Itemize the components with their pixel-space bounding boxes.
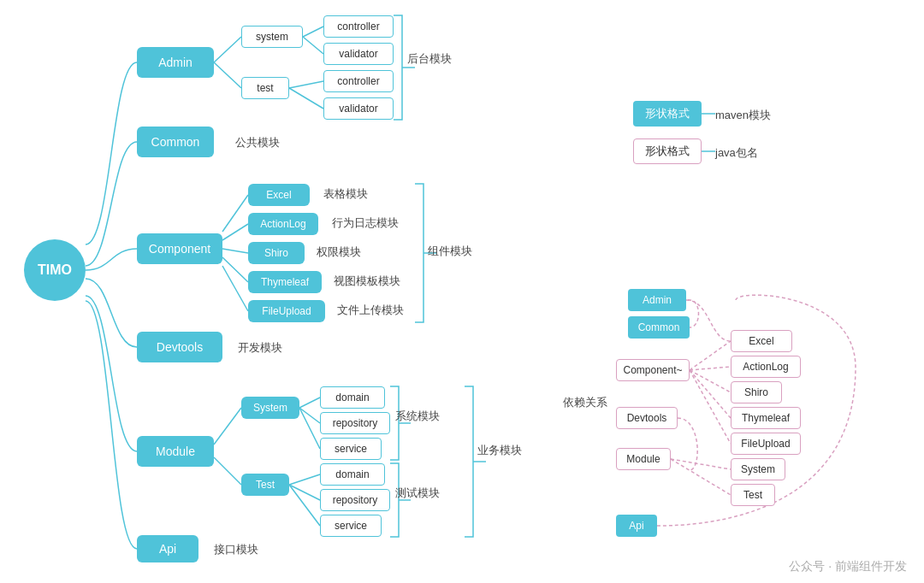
dep-test: Test: [731, 484, 775, 506]
repository1-node: repository: [320, 412, 390, 434]
dep-actionlog: ActionLog: [731, 356, 801, 378]
service1-node: service: [320, 438, 382, 460]
dep-api: Api: [616, 515, 657, 537]
backend-label: 后台模块: [407, 51, 452, 67]
test-module-label: 测试模块: [395, 486, 440, 501]
actionlog-node: ActionLog: [248, 213, 318, 235]
dep-thymeleaf: Thymeleaf: [731, 407, 801, 429]
excel-label: 表格模块: [323, 186, 368, 202]
thymeleaf-node: Thymeleaf: [248, 271, 322, 293]
controller1-node: controller: [323, 15, 394, 38]
dep-common: Common: [628, 316, 690, 339]
domain2-node: domain: [320, 463, 385, 486]
dep-excel: Excel: [731, 330, 792, 352]
legend-outline-box: 形状格式: [633, 138, 702, 164]
dep-shiro: Shiro: [731, 381, 782, 403]
fileupload-node: FileUpload: [248, 300, 325, 322]
test-sub-node: Test: [241, 474, 289, 496]
timo-node: TIMO: [24, 239, 86, 301]
business-module-label: 业务模块: [477, 443, 522, 458]
dep-title: 依赖关系: [563, 395, 607, 410]
devtools-node: Devtools: [137, 332, 222, 362]
system-module-label: 系统模块: [395, 409, 440, 424]
devtools-label: 开发模块: [238, 340, 282, 356]
module-node: Module: [137, 436, 214, 467]
validator1-node: validator: [323, 43, 394, 65]
component-node: Component: [137, 233, 222, 264]
common-module-label: 公共模块: [235, 135, 280, 150]
dep-admin: Admin: [628, 289, 686, 311]
actionlog-label: 行为日志模块: [332, 215, 399, 231]
legend-filled-box: 形状格式: [633, 101, 702, 127]
dep-devtools: Devtools: [616, 407, 678, 429]
dep-module: Module: [616, 448, 671, 470]
shiro-node: Shiro: [248, 242, 305, 264]
validator2-node: validator: [323, 97, 394, 120]
test-node: test: [241, 77, 289, 99]
admin-node: Admin: [137, 47, 214, 78]
diagram-container: TIMO Admin system test controller valida…: [0, 0, 924, 583]
fileupload-label: 文件上传模块: [337, 303, 404, 318]
common-node: Common: [137, 127, 214, 157]
system-node: system: [241, 26, 303, 48]
domain1-node: domain: [320, 386, 385, 409]
legend-outline-desc: java包名: [715, 145, 758, 161]
api-node: Api: [137, 535, 198, 562]
timo-label: TIMO: [38, 262, 72, 278]
controller2-node: controller: [323, 70, 394, 92]
dep-component: Component~: [616, 359, 690, 381]
system-sub-node: System: [241, 397, 299, 419]
repository2-node: repository: [320, 489, 390, 511]
api-label: 接口模块: [214, 542, 258, 557]
dep-system: System: [731, 458, 785, 480]
watermark: 公众号 · 前端组件开发: [789, 559, 907, 574]
dep-fileupload: FileUpload: [731, 433, 801, 455]
service2-node: service: [320, 515, 382, 537]
legend-filled-desc: maven模块: [715, 108, 771, 123]
component-module-label: 组件模块: [428, 244, 472, 259]
shiro-label: 权限模块: [317, 244, 361, 260]
excel-node: Excel: [248, 184, 310, 206]
thymeleaf-label: 视图模板模块: [334, 274, 400, 289]
